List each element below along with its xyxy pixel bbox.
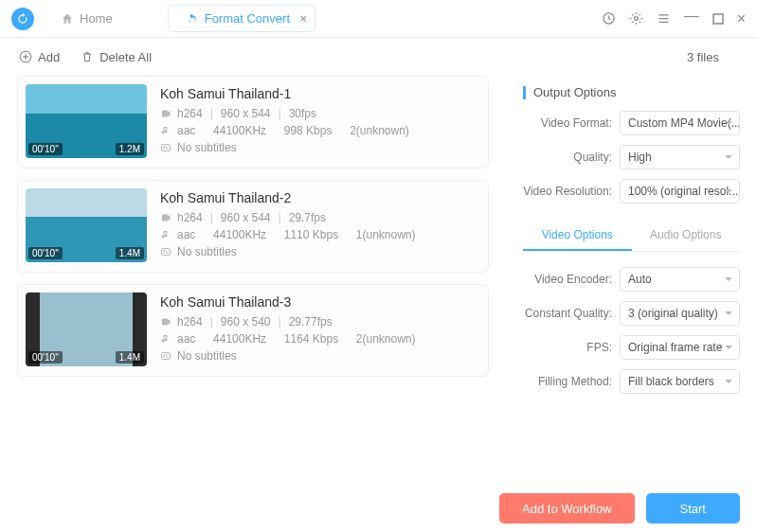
- tile-info: Koh Samui Thailand-3 h264| 960 x 540| 29…: [154, 285, 488, 376]
- close-window-icon[interactable]: ×: [737, 10, 746, 27]
- tab-active-label: Format Convert: [205, 11, 290, 26]
- subtitle-icon: [160, 142, 171, 153]
- add-to-workflow-button[interactable]: Add to Workflow: [499, 493, 634, 523]
- video-icon: [160, 316, 171, 328]
- delete-all-label: Delete All: [99, 50, 152, 64]
- file-tile[interactable]: 00'10" 1.4M Koh Samui Thailand-2 h264| 9…: [17, 180, 489, 273]
- size-badge: 1.4M: [116, 351, 144, 364]
- tile-info: Koh Samui Thailand-1 h264| 960 x 544| 30…: [154, 77, 488, 168]
- refresh-icon: [186, 12, 199, 26]
- tab-home[interactable]: Home: [44, 6, 130, 31]
- app-logo: [11, 8, 34, 30]
- maximize-icon[interactable]: [712, 13, 724, 25]
- file-title: Koh Samui Thailand-3: [160, 294, 482, 310]
- svg-point-1: [634, 17, 638, 21]
- menu-icon[interactable]: [657, 11, 671, 26]
- tab-home-label: Home: [80, 11, 113, 26]
- titlebar: Home Format Convert × — ×: [0, 0, 757, 38]
- filling-label: Filling Method:: [523, 375, 620, 388]
- size-badge: 1.4M: [116, 247, 144, 259]
- start-button[interactable]: Start: [646, 493, 740, 523]
- audio-icon: [160, 229, 171, 240]
- subtitle-icon: [160, 246, 171, 257]
- resolution-label: Video Resolution:: [523, 185, 620, 198]
- file-title: Koh Samui Thailand-2: [160, 190, 482, 205]
- tile-info: Koh Samui Thailand-2 h264| 960 x 544| 29…: [154, 181, 488, 272]
- history-icon[interactable]: [602, 11, 616, 26]
- svg-rect-2: [713, 14, 723, 24]
- output-head: Output Options: [523, 85, 740, 99]
- home-icon: [61, 12, 74, 26]
- file-count: 3 files: [687, 50, 719, 64]
- thumbnail[interactable]: 00'10" 1.4M: [26, 293, 147, 366]
- thumbnail[interactable]: 00'10" 1.4M: [26, 188, 147, 262]
- quality-label: Quality:: [523, 151, 620, 164]
- size-badge: 1.2M: [116, 143, 144, 155]
- trash-icon: [81, 50, 94, 63]
- footer: Add to Workflow Start: [0, 485, 757, 532]
- video-format-label: Video Format:: [523, 116, 620, 130]
- svg-rect-5: [162, 249, 171, 256]
- constant-quality-select[interactable]: 3 (original quality): [620, 301, 740, 326]
- audio-icon: [160, 333, 171, 345]
- file-list: 00'10" 1.2M Koh Samui Thailand-1 h264| 9…: [0, 76, 506, 485]
- option-tabs: Video Options Audio Options: [523, 221, 740, 252]
- svg-rect-6: [162, 353, 171, 360]
- video-format-select[interactable]: Custom MP4 Movie(...: [620, 111, 740, 135]
- video-icon: [160, 108, 171, 119]
- file-tile[interactable]: 00'10" 1.4M Koh Samui Thailand-3 h264| 9…: [17, 284, 489, 377]
- toolbar: Add Delete All 3 files: [0, 38, 757, 76]
- svg-rect-4: [162, 145, 171, 151]
- file-title: Koh Samui Thailand-1: [160, 86, 482, 101]
- video-encoder-select[interactable]: Auto: [620, 267, 740, 292]
- minimize-icon[interactable]: —: [684, 8, 699, 25]
- file-tile[interactable]: 00'10" 1.2M Koh Samui Thailand-1 h264| 9…: [17, 76, 489, 168]
- duration-badge: 00'10": [28, 351, 63, 364]
- video-icon: [160, 212, 171, 223]
- tab-format-convert[interactable]: Format Convert ×: [168, 5, 315, 32]
- resolution-select[interactable]: 100% (original resol...: [620, 179, 740, 204]
- output-panel: Output Options Video Format: Custom MP4 …: [506, 76, 757, 485]
- window-controls: — ×: [602, 10, 746, 27]
- thumbnail[interactable]: 00'10" 1.2M: [26, 84, 147, 158]
- duration-badge: 00'10": [28, 143, 63, 155]
- audio-icon: [160, 125, 171, 136]
- subtitle-icon: [160, 350, 171, 362]
- quality-select[interactable]: High: [620, 145, 740, 169]
- add-label: Add: [38, 50, 60, 64]
- tab-audio-options[interactable]: Audio Options: [632, 221, 741, 251]
- close-icon[interactable]: ×: [299, 11, 307, 26]
- fps-label: FPS:: [523, 341, 620, 354]
- add-button[interactable]: Add: [19, 50, 60, 64]
- fps-select[interactable]: Original frame rate: [620, 335, 740, 360]
- delete-all-button[interactable]: Delete All: [81, 50, 152, 64]
- plus-icon: [19, 50, 32, 63]
- constant-quality-label: Constant Quality:: [523, 307, 620, 320]
- gear-icon[interactable]: [629, 11, 643, 26]
- tab-video-options[interactable]: Video Options: [523, 221, 632, 251]
- video-encoder-label: Video Encoder:: [523, 273, 620, 286]
- duration-badge: 00'10": [28, 247, 63, 259]
- output-title: Output Options: [533, 85, 616, 99]
- filling-select[interactable]: Fill black borders: [620, 369, 740, 394]
